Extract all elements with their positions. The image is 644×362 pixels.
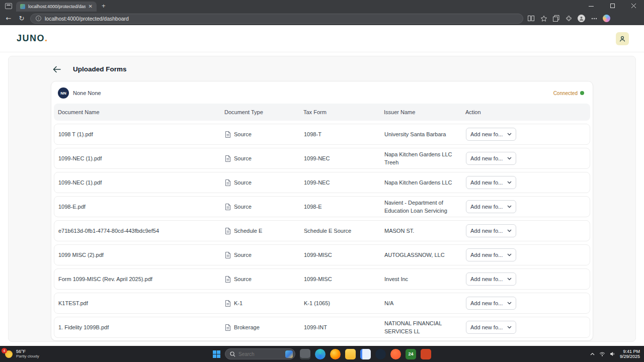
table-row: K1TEST.pdf K-1 K-1 (1065) N/A Add new fo… — [54, 293, 590, 314]
more-menu-icon[interactable] — [590, 15, 598, 22]
card-header: NN None None Connected — [54, 84, 590, 102]
juno-logo: JUNO. — [17, 33, 48, 44]
tax-form-cell: 1099-NEC — [300, 179, 380, 186]
taskbar-app-edge[interactable] — [315, 349, 326, 359]
taskbar-app-badge-24[interactable]: 24 — [406, 349, 416, 359]
close-button[interactable] — [623, 0, 644, 12]
favorites-star-icon[interactable] — [540, 15, 547, 22]
table-row: e71b613d-0fb1-4774-80cd-443fbdc9ef54 Sch… — [54, 220, 590, 241]
tray-chevron-up-icon[interactable] — [590, 352, 595, 355]
back-icon[interactable]: ← — [4, 15, 13, 22]
taskbar-app-media[interactable] — [300, 349, 310, 359]
chevron-down-icon — [507, 253, 512, 256]
brand-text: JUNO — [17, 33, 45, 43]
refresh-icon[interactable]: ↻ — [17, 15, 26, 22]
taskbar-clock[interactable]: 9:41 PM 9/29/2025 — [620, 349, 640, 359]
arrow-left-icon — [53, 66, 61, 73]
add-new-form-dropdown[interactable]: Add new fo... — [466, 176, 516, 189]
system-tray: 9:41 PM 9/29/2025 — [590, 349, 640, 359]
chevron-down-icon — [507, 229, 512, 232]
account-name: None None — [73, 90, 101, 96]
add-new-form-dropdown[interactable]: Add new fo... — [466, 128, 516, 141]
address-bar[interactable]: i localhost:4000/protected/dashboard — [30, 14, 523, 24]
document-icon — [225, 204, 231, 210]
header-issuer-name: Issuer Name — [380, 108, 461, 116]
action-cell: Add new fo... — [462, 128, 590, 141]
dropdown-label: Add new fo... — [470, 131, 503, 137]
issuer-name-cell: Navient - Department of Education Loan S… — [380, 199, 462, 215]
search-icon — [230, 351, 235, 357]
minimize-button[interactable] — [581, 0, 602, 12]
table-row: 1098-E.pdf Source 1098-E Navient - Depar… — [54, 196, 590, 217]
issuer-name-cell: Napa Kitchen Gardens LLC Treeh — [380, 150, 462, 166]
new-tab-button[interactable]: + — [102, 2, 106, 10]
add-new-form-dropdown[interactable]: Add new fo... — [466, 297, 516, 310]
document-type-label: Source — [234, 179, 252, 186]
copilot-icon[interactable] — [603, 15, 610, 22]
app-header: JUNO. — [0, 25, 644, 52]
document-type-label: Brokerage — [234, 324, 260, 330]
taskbar-app-notepad[interactable] — [360, 349, 371, 359]
tax-form-cell: K-1 (1065) — [300, 300, 380, 306]
document-type-label: Source — [234, 131, 252, 137]
site-info-icon[interactable]: i — [36, 16, 41, 21]
browser-profile-avatar[interactable] — [578, 15, 585, 22]
maximize-button[interactable] — [602, 0, 623, 12]
document-type-cell: Source — [221, 252, 300, 258]
taskbar-app-firefox[interactable] — [330, 349, 341, 359]
document-type-cell: Source — [221, 179, 300, 186]
tab-actions-icon[interactable] — [5, 3, 12, 9]
tab-close-icon[interactable]: ✕ — [89, 4, 93, 9]
document-icon — [225, 179, 231, 186]
chevron-down-icon — [507, 133, 512, 136]
browser-tab[interactable]: localhost:4000/protected/dashb... ✕ — [16, 2, 97, 12]
document-name-cell: 1098-E.pdf — [54, 204, 221, 210]
add-new-form-dropdown[interactable]: Add new fo... — [466, 224, 516, 237]
add-new-form-dropdown[interactable]: Add new fo... — [466, 152, 516, 165]
taskbar-app-brave[interactable] — [390, 349, 401, 359]
taskbar-app-file-explorer[interactable] — [345, 349, 356, 359]
issuer-name-cell: NATIONAL FINANCIAL SERVICES LL — [380, 319, 462, 335]
tax-form-cell: 1099-NEC — [300, 155, 380, 161]
document-name-cell: 1099-NEC (1).pdf — [54, 155, 221, 161]
add-new-form-dropdown[interactable]: Add new fo... — [466, 248, 516, 261]
collections-icon[interactable] — [552, 15, 560, 22]
start-button[interactable] — [213, 350, 220, 358]
user-menu-button[interactable] — [616, 32, 629, 45]
action-cell: Add new fo... — [462, 176, 590, 189]
add-new-form-dropdown[interactable]: Add new fo... — [466, 273, 516, 286]
dropdown-label: Add new fo... — [470, 228, 503, 234]
uploaded-forms-card: NN None None Connected Document Name Doc… — [51, 81, 593, 341]
window-controls — [581, 0, 644, 12]
volume-icon[interactable] — [610, 351, 615, 356]
document-icon — [225, 276, 231, 283]
add-new-form-dropdown[interactable]: Add new fo... — [466, 321, 516, 334]
action-cell: Add new fo... — [462, 297, 590, 310]
issuer-name-cell: Invest Inc — [380, 275, 462, 283]
split-screen-icon[interactable] — [527, 15, 535, 22]
add-new-form-dropdown[interactable]: Add new fo... — [466, 200, 516, 213]
wifi-icon[interactable] — [599, 352, 605, 356]
issuer-name-cell: University Santa Barbara — [380, 130, 462, 138]
issuer-name-cell: N/A — [380, 299, 462, 307]
taskbar-center: 24 — [213, 348, 431, 359]
taskbar-app-powerpoint[interactable] — [421, 349, 431, 359]
action-cell: Add new fo... — [462, 152, 590, 165]
document-icon — [225, 252, 231, 258]
extensions-icon[interactable] — [565, 15, 573, 22]
dropdown-label: Add new fo... — [470, 204, 503, 210]
document-type-cell: Source — [221, 131, 300, 138]
action-cell: Add new fo... — [462, 321, 590, 334]
taskbar-search[interactable] — [225, 348, 295, 359]
document-name-cell: 1099-NEC (1).pdf — [54, 179, 221, 186]
search-input[interactable] — [238, 351, 278, 357]
taskbar-app-steam[interactable] — [375, 349, 386, 359]
weather-widget[interactable]: 4 56°F Partly cloudy — [5, 349, 39, 359]
table-row: 1099-NEC (1).pdf Source 1099-NEC Napa Ki… — [54, 172, 590, 193]
table-header: Document Name Document Type Tax Form Iss… — [54, 104, 590, 121]
title-row: Uploaded Forms — [53, 65, 593, 73]
account-info: NN None None — [58, 87, 101, 99]
back-button[interactable] — [53, 66, 61, 73]
document-icon — [225, 228, 231, 234]
document-type-label: Source — [234, 276, 252, 282]
